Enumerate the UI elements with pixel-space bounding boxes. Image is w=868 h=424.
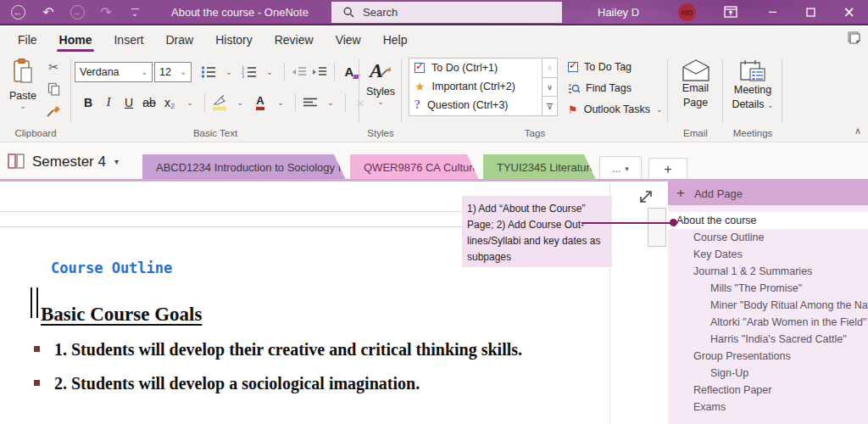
menu-insert[interactable]: Insert [103, 27, 154, 53]
section-tab-literature[interactable]: TYUI2345 Literature [483, 154, 596, 180]
paste-button[interactable]: Paste ⌄ [5, 58, 41, 131]
section-tab-sociology[interactable]: ABCD1234 Introduction to Sociology II [142, 154, 346, 180]
page-item-group-presentations[interactable]: Group Presentations [668, 348, 868, 365]
maximize-button[interactable] [792, 0, 830, 24]
section-tab-ca-culture[interactable]: QWER9876 CA Culture [350, 154, 479, 180]
font-color-dropdown[interactable]: ⌄ [271, 92, 290, 113]
list-item[interactable]: 2. Students will develop a sociological … [34, 371, 542, 396]
bullets-dropdown[interactable]: ⌄ [220, 62, 238, 82]
redo-button[interactable]: ↷ [93, 0, 119, 24]
strikethrough-button[interactable]: ab [140, 92, 159, 113]
content-scrollbar-thumb[interactable] [648, 208, 666, 247]
minimize-button[interactable]: ─ [754, 0, 792, 24]
bold-button[interactable]: B [79, 92, 97, 113]
subscript-button[interactable]: x2 [160, 92, 179, 113]
add-section-tab[interactable]: + [648, 158, 687, 180]
ribbon-display-options-button[interactable] [718, 0, 743, 24]
tag-important[interactable]: ★ Important (Ctrl+2) [409, 77, 542, 96]
ribbon-group-clipboard: Paste ⌄ ✂ [0, 53, 71, 142]
diagonal-resize-icon [637, 187, 655, 206]
page-item-harris[interactable]: Harris "India's Sacred Cattle" [668, 331, 868, 348]
page-item-mills[interactable]: Mills "The Promise" [668, 280, 868, 297]
collapse-ribbon-button[interactable]: ∧ [854, 126, 861, 137]
square-bullet-icon [34, 346, 40, 352]
page-heading[interactable]: Course Outline [51, 259, 172, 276]
clipboard-small-buttons: ✂ [44, 59, 63, 119]
page-item-reflection-paper[interactable]: Reflection Paper [668, 382, 868, 399]
notebook-name: Semester 4 [32, 153, 106, 170]
add-page-button[interactable]: + Add Page [668, 181, 868, 205]
email-page-button[interactable]: Email Page [668, 59, 723, 110]
font-color-button[interactable]: A [251, 92, 270, 113]
annotation-note[interactable]: 1) Add “About the Course” Page; 2) Add C… [462, 196, 612, 267]
page-item-course-outline[interactable]: Course Outline [668, 229, 868, 246]
goal-list: 1. Students will develop their creative … [34, 338, 542, 405]
ribbon-group-styles: A Styles ⌄ Styles [359, 53, 402, 142]
format-painter-button[interactable] [44, 103, 63, 119]
avatar[interactable]: HD [678, 3, 696, 21]
side-note-button[interactable] [846, 31, 861, 46]
underline-button[interactable]: U [120, 92, 138, 113]
page-item-about-the-course[interactable]: About the course [668, 212, 868, 229]
paste-icon [11, 58, 35, 85]
tags-more-button[interactable]: ∨ [542, 97, 557, 115]
page-item-exams[interactable]: Exams [668, 399, 868, 416]
numbering-dropdown[interactable]: ⌄ [260, 62, 279, 82]
ribbon: Paste ⌄ ✂ [0, 53, 868, 142]
menu-review[interactable]: Review [264, 27, 325, 53]
font-name-combo[interactable]: Verdana⌄ [75, 62, 153, 82]
find-tags-button[interactable]: Find Tags [568, 81, 662, 96]
page-item-altorki[interactable]: Altorki "Arab Women in the Field" [668, 314, 868, 331]
page-list-sidebar: + Add Page About the course Course Outli… [668, 181, 868, 424]
menu-home[interactable]: Home [48, 27, 103, 53]
chevron-down-icon: ⌄ [131, 8, 139, 15]
clear-formatting-button[interactable]: A [340, 62, 359, 82]
paragraph-align-dropdown[interactable]: ⌄ [321, 92, 340, 113]
meeting-details-button[interactable]: Meeting Details ⌄ [723, 59, 782, 113]
increase-indent-button[interactable] [310, 62, 329, 82]
notebook-switcher[interactable]: Semester 4 ▾ [7, 153, 119, 170]
menu-history[interactable]: History [204, 27, 264, 53]
highlight-dropdown[interactable]: ⌄ [231, 92, 249, 113]
tags-scroll-down-button[interactable]: ∨ [542, 78, 557, 98]
cut-button[interactable]: ✂ [44, 59, 63, 75]
menu-help[interactable]: Help [372, 27, 419, 53]
subscript-dropdown[interactable]: ⌄ [181, 92, 199, 113]
font-size-combo[interactable]: 12⌄ [154, 62, 192, 82]
window-title: About the course - OneNote [171, 6, 309, 19]
page-item-journal-summaries[interactable]: Journal 1 & 2 Summaries [668, 263, 868, 280]
full-page-view-button[interactable] [637, 187, 655, 206]
customize-quick-access-button[interactable]: ⌄ [122, 0, 147, 24]
page-item-sign-up[interactable]: Sign-Up [668, 365, 868, 382]
outlook-tasks-button[interactable]: ⚑ Outlook Tasks ⌄ [568, 102, 662, 117]
menu-view[interactable]: View [325, 27, 372, 53]
italic-button[interactable]: I [99, 92, 118, 113]
page-item-miner[interactable]: Miner "Body Ritual Among the Nac [668, 297, 868, 314]
more-sections-tab[interactable]: ... ▾ [599, 156, 642, 180]
user-name[interactable]: Hailey D [598, 0, 639, 24]
forward-button[interactable]: → [64, 0, 90, 24]
todo-tag-button[interactable]: To Do Tag [568, 59, 662, 75]
paragraph-align-button[interactable] [301, 92, 320, 113]
styles-button[interactable]: A Styles ⌄ [363, 59, 398, 106]
undo-button[interactable]: ↶ [36, 0, 61, 24]
tag-todo[interactable]: To Do (Ctrl+1) [409, 59, 542, 77]
font-color-icon: A [256, 95, 264, 110]
page-item-key-dates[interactable]: Key Dates [668, 246, 868, 263]
highlight-button[interactable] [210, 92, 229, 113]
close-button[interactable]: × [830, 0, 868, 24]
notebook-icon [7, 153, 25, 170]
bullets-button[interactable] [199, 62, 218, 82]
copy-button[interactable] [44, 81, 63, 97]
titlebar-search[interactable]: Search [331, 2, 562, 23]
menu-draw[interactable]: Draw [154, 27, 204, 53]
list-item[interactable]: 1. Students will develop their creative … [34, 338, 542, 362]
menu-file[interactable]: File [7, 27, 48, 53]
section-heading[interactable]: Basic Course Goals [41, 304, 202, 326]
ribbon-group-email: Email Page Email [668, 53, 723, 142]
back-button[interactable]: ← [5, 0, 31, 24]
tags-scroll-up-button[interactable]: ∧ [542, 59, 557, 78]
tag-question[interactable]: ? Question (Ctrl+3) [409, 96, 542, 114]
numbering-button[interactable]: 1 2 3 [240, 62, 259, 82]
decrease-indent-button[interactable] [290, 62, 309, 82]
